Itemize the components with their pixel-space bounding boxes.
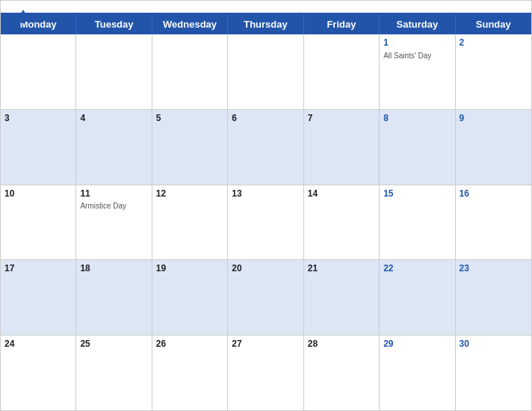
day-number: 28 [308,338,375,350]
day-number: 15 [383,188,451,200]
day-cell: 17 [1,260,76,335]
week-row-4: 17181920212223 [1,260,531,336]
day-number: 21 [308,262,375,275]
day-number: 13 [232,188,299,200]
day-cell: 11Armistice Day [76,185,152,260]
week-row-3: 1011Armistice Day1213141516 [1,185,531,261]
day-cell: 5 [152,110,228,185]
day-number: 20 [232,262,299,275]
day-cell: 28 [304,336,380,410]
day-headers-row: MondayTuesdayWednesdayThursdayFridaySatu… [1,14,531,34]
day-header-thursday: Thursday [228,14,303,34]
day-header-sunday: Sunday [456,14,531,34]
day-number: 4 [80,112,147,125]
day-cell: 30 [456,336,531,410]
day-number: 11 [80,188,147,200]
day-number: 12 [156,188,223,200]
day-cell: 3 [1,110,76,185]
day-number: 18 [80,262,147,275]
day-cell: 4 [76,110,152,185]
day-cell [1,34,76,109]
holiday-name: Armistice Day [80,201,147,211]
day-number: 8 [383,112,451,125]
day-number: 26 [156,338,223,350]
day-cell: 24 [1,336,76,410]
day-cell: 21 [304,260,380,335]
day-number: 19 [156,262,223,275]
day-header-saturday: Saturday [380,14,455,34]
day-number: 3 [4,112,72,125]
calendar-header [1,1,531,13]
day-cell: 27 [228,336,303,410]
day-number: 9 [460,112,528,125]
day-number: 23 [460,262,528,275]
day-number: 24 [4,338,72,350]
day-number: 7 [308,112,375,125]
day-cell: 10 [1,185,76,260]
day-header-wednesday: Wednesday [152,14,228,34]
day-number: 17 [4,262,72,275]
day-cell: 2 [456,34,531,109]
day-cell: 20 [228,260,303,335]
day-number: 6 [232,112,299,125]
day-cell: 18 [76,260,152,335]
weeks-container: 1All Saints' Day234567891011Armistice Da… [1,34,531,410]
calendar-container: MondayTuesdayWednesdayThursdayFridaySatu… [0,0,532,411]
holiday-name: All Saints' Day [383,51,451,61]
day-cell: 1All Saints' Day [380,34,455,109]
day-cell: 8 [380,110,455,185]
day-cell: 22 [380,260,455,335]
day-cell: 29 [380,336,455,410]
day-number: 25 [80,338,147,350]
day-cell: 26 [152,336,228,410]
day-number: 30 [460,338,528,350]
day-number: 10 [4,188,72,200]
week-row-1: 1All Saints' Day2 [1,34,531,110]
day-number: 16 [460,188,528,200]
svg-rect-1 [21,17,25,23]
day-cell [304,34,380,109]
calendar-grid: MondayTuesdayWednesdayThursdayFridaySatu… [1,13,531,410]
day-cell: 12 [152,185,228,260]
week-row-5: 24252627282930 [1,336,531,410]
day-cell: 6 [228,110,303,185]
day-header-tuesday: Tuesday [76,14,152,34]
day-cell: 13 [228,185,303,260]
generalblue-logo-icon [13,7,34,28]
day-header-friday: Friday [304,14,380,34]
logo-area [13,7,37,28]
day-cell [76,34,152,109]
day-cell: 19 [152,260,228,335]
day-cell: 25 [76,336,152,410]
day-number: 2 [460,37,528,49]
day-number: 27 [232,338,299,350]
day-cell: 15 [380,185,455,260]
day-cell: 16 [456,185,531,260]
day-cell: 23 [456,260,531,335]
day-number: 22 [383,262,451,275]
day-number: 29 [383,338,451,350]
week-row-2: 3456789 [1,110,531,185]
day-cell: 7 [304,110,380,185]
day-number: 1 [383,37,451,49]
day-cell [152,34,228,109]
day-cell [228,34,303,109]
day-number: 5 [156,112,223,125]
day-number: 14 [308,188,375,200]
day-cell: 9 [456,110,531,185]
day-cell: 14 [304,185,380,260]
